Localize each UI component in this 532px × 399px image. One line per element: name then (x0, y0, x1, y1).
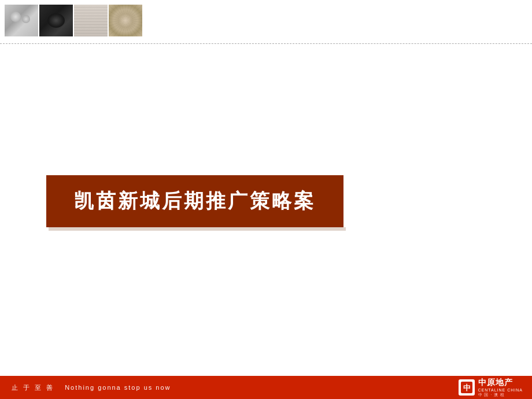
main-content: 凯茵新城后期推广策略案 (0, 44, 532, 376)
logo-text-sub: 中 国 · 澳 租 (478, 392, 505, 398)
title-box: 凯茵新城后期推广策略案 (46, 175, 343, 227)
logo-icon: 中 (459, 379, 475, 396)
logo-text-cn: 中原地产 (478, 378, 513, 388)
footer-bar: 止 于 至 善 Nothing gonna stop us now 中 中原地产… (0, 376, 532, 399)
photo-strip (0, 0, 532, 41)
photo-4 (109, 5, 142, 36)
photo-1 (5, 5, 38, 36)
logo-text-block: 中原地产 CENTALINE CHINA 中 国 · 澳 租 (478, 378, 523, 398)
footer-left: 止 于 至 善 Nothing gonna stop us now (0, 383, 171, 392)
logo-text-en: CENTALINE CHINA (478, 388, 523, 392)
photo-3 (74, 5, 108, 36)
logo-box: 中 中原地产 CENTALINE CHINA 中 国 · 澳 租 (459, 378, 523, 398)
main-title: 凯茵新城后期推广策略案 (74, 190, 316, 212)
footer-right: 中 中原地产 CENTALINE CHINA 中 国 · 澳 租 (459, 378, 533, 398)
svg-text:中: 中 (463, 383, 470, 392)
header (0, 0, 532, 43)
footer-chinese-slogan: 止 于 至 善 (12, 383, 54, 392)
footer-english-slogan: Nothing gonna stop us now (65, 384, 171, 391)
photo-2 (39, 5, 73, 36)
